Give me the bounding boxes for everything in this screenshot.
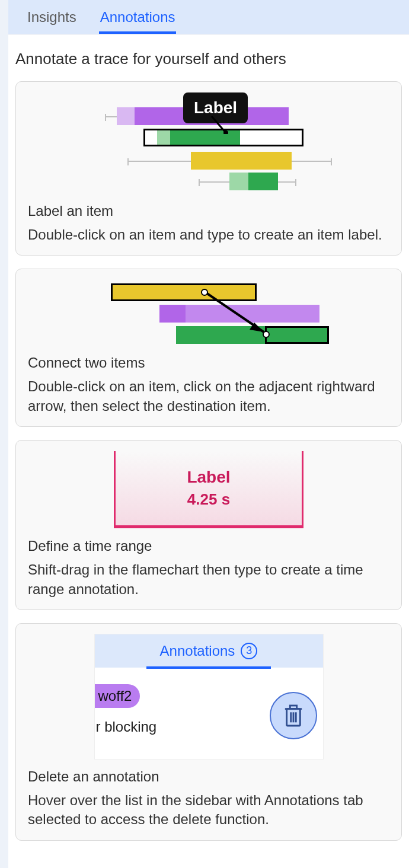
card-connect-items: Connect two items Double-click on an ite… bbox=[15, 269, 402, 427]
heading-label-item: Label an item bbox=[28, 203, 389, 219]
trash-icon bbox=[283, 704, 303, 727]
annotation-count-badge: 3 bbox=[241, 643, 257, 659]
mini-tab-annotations[interactable]: Annotations 3 bbox=[160, 643, 258, 659]
desc-connect-items: Double-click on an item, click on the ad… bbox=[28, 377, 389, 416]
desc-label-item: Double-click on an item and type to crea… bbox=[28, 225, 389, 244]
svg-line-0 bbox=[212, 116, 226, 133]
tab-annotations[interactable]: Annotations bbox=[88, 0, 187, 34]
card-time-range: Label 4.25 s Define a time range Shift-d… bbox=[15, 440, 402, 610]
illustration-delete-annotation: Annotations 3 woff2 r blocking bbox=[28, 634, 389, 765]
annotation-chip[interactable]: woff2 bbox=[95, 684, 140, 708]
heading-connect-items: Connect two items bbox=[28, 355, 389, 371]
illustration-label-item: Label bbox=[28, 92, 389, 199]
desc-time-range: Shift-drag in the flamechart then type t… bbox=[28, 560, 389, 599]
range-label: Label bbox=[187, 468, 230, 487]
page-title: Annotate a trace for yourself and others bbox=[15, 50, 402, 68]
range-time: 4.25 s bbox=[187, 490, 230, 509]
tab-insights[interactable]: Insights bbox=[15, 0, 88, 34]
heading-time-range: Define a time range bbox=[28, 538, 389, 554]
heading-delete-annotation: Delete an annotation bbox=[28, 768, 389, 785]
desc-delete-annotation: Hover over the list in the sidebar with … bbox=[28, 791, 389, 829]
illustration-time-range: Label 4.25 s bbox=[28, 451, 389, 534]
card-label-item: Label Label an item Double-click on an i… bbox=[15, 81, 402, 256]
card-delete-annotation: Annotations 3 woff2 r blocking bbox=[15, 623, 402, 841]
tab-bar: Insights Annotations bbox=[8, 0, 409, 34]
illustration-connect-items bbox=[28, 280, 389, 351]
delete-annotation-button[interactable] bbox=[270, 692, 317, 739]
mini-tab-label: Annotations bbox=[160, 643, 235, 659]
svg-rect-9 bbox=[290, 706, 296, 709]
